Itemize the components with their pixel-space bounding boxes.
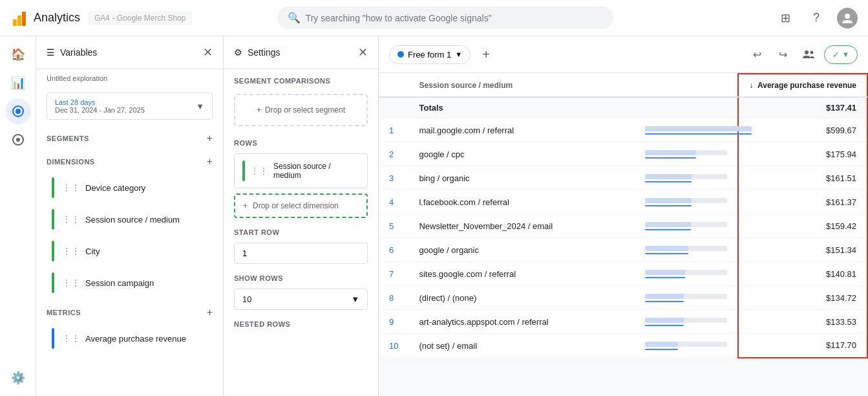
exploration-subtitle: Untitled exploration — [36, 69, 223, 87]
main-layout: 🏠 📊 ⚙️ ☰ Variables ✕ Untitled exploratio… — [0, 36, 868, 396]
drag-handle-icon: ⋮⋮ — [62, 182, 80, 193]
settings-title: ⚙ Settings — [234, 47, 281, 58]
rows-section-header: ROWS — [224, 131, 378, 151]
dimension-label: Device category — [85, 183, 145, 193]
add-tab-button[interactable]: + — [476, 44, 496, 65]
row-value: $134.72 — [738, 286, 867, 310]
variables-close-button[interactable]: ✕ — [203, 45, 213, 60]
row-value: $599.67 — [738, 118, 867, 142]
dimension-session-source[interactable]: ⋮⋮ Session source / medium — [41, 204, 218, 235]
row-source: Newsletter_November_2024 / email — [408, 214, 635, 238]
rows-drop-zone[interactable]: + Drop or select dimension — [234, 193, 368, 218]
totals-row: Totals $137.41 — [379, 97, 867, 118]
add-metric-button[interactable]: + — [207, 307, 213, 318]
row-number: 4 — [379, 190, 408, 214]
bar-col-header — [635, 74, 738, 97]
svg-rect-1 — [17, 16, 21, 26]
row-bar — [635, 190, 738, 214]
nav-advertising[interactable] — [5, 127, 31, 153]
row-number: 9 — [379, 310, 408, 334]
segment-drop-zone[interactable]: + Drop or select segment — [234, 94, 368, 126]
share-dropdown-icon: ▼ — [842, 50, 849, 58]
totals-label: Totals — [408, 97, 635, 118]
row-source: art-analytics.appspot.com / referral — [408, 310, 635, 334]
nav-settings[interactable]: ⚙️ — [5, 365, 31, 391]
show-rows-select[interactable]: 10 ▼ — [234, 289, 368, 310]
variables-panel-header: ☰ Variables ✕ — [36, 36, 223, 69]
share-button[interactable]: ✓ ▼ — [824, 45, 858, 64]
svg-point-8 — [805, 50, 809, 54]
row-number: 1 — [379, 118, 408, 142]
undo-button[interactable]: ↩ — [746, 44, 767, 65]
metric-color-bar — [52, 328, 54, 349]
metric-col-header[interactable]: ↓ Average purchase revenue — [738, 74, 867, 97]
drag-handle-icon: ⋮⋮ — [62, 278, 80, 288]
nav-reports[interactable]: 📊 — [5, 70, 31, 96]
main-content: Free form 1 ▼ + ↩ ↪ ✓ ▼ — [379, 36, 868, 396]
date-range-value: Dec 31, 2024 - Jan 27, 2025 — [55, 106, 145, 114]
dimension-device-category[interactable]: ⋮⋮ Device category — [41, 172, 218, 203]
row-number: 5 — [379, 214, 408, 238]
table-row: 5 Newsletter_November_2024 / email $159.… — [379, 214, 867, 238]
free-form-tab[interactable]: Free form 1 ▼ — [389, 45, 471, 64]
date-range-chevron-icon: ▼ — [196, 102, 204, 111]
plus-icon: + — [257, 105, 261, 115]
table-row: 1 mail.google.com / referral $599.67 — [379, 118, 867, 142]
date-range-label: Last 28 days — [55, 98, 145, 106]
table-row: 6 google / organic $151.34 — [379, 238, 867, 262]
svg-point-9 — [810, 51, 814, 54]
tab-dot — [397, 51, 404, 58]
add-segment-button[interactable]: + — [207, 133, 213, 144]
redo-button[interactable]: ↪ — [772, 44, 793, 65]
topbar-actions: ⊞ ? — [775, 8, 858, 28]
table-row: 8 (direct) / (none) $134.72 — [379, 286, 867, 310]
svg-rect-2 — [22, 12, 26, 26]
drag-handle-icon: ⋮⋮ — [62, 214, 80, 225]
show-rows-header: SHOW ROWS — [224, 267, 378, 286]
add-dimension-button[interactable]: + — [207, 156, 213, 168]
search-input[interactable] — [306, 13, 603, 23]
check-icon: ✓ — [832, 50, 840, 60]
explore-icon — [12, 105, 25, 118]
search-bar[interactable]: 🔍 — [277, 6, 613, 29]
drag-handle-icon: ⋮⋮ — [250, 166, 268, 176]
dimension-col-header: Session source / medium — [408, 74, 635, 97]
metric-label: Average purchase revenue — [85, 334, 186, 344]
rows-session-source[interactable]: ⋮⋮ Session source / medium — [234, 153, 368, 188]
content-toolbar: Free form 1 ▼ + ↩ ↪ ✓ ▼ — [379, 36, 868, 73]
dimension-label: Session campaign — [85, 278, 154, 288]
nav-explore[interactable] — [5, 98, 31, 124]
dimensions-list: ⋮⋮ Device category ⋮⋮ Session source / m… — [36, 171, 223, 299]
start-row-input[interactable] — [234, 243, 368, 264]
metrics-section-header: METRICS + — [36, 299, 223, 322]
grid-view-button[interactable]: ⊞ — [775, 8, 796, 28]
svg-point-5 — [16, 109, 21, 114]
dimension-session-campaign[interactable]: ⋮⋮ Session campaign — [41, 267, 218, 298]
user-avatar[interactable] — [837, 8, 858, 28]
nav-home[interactable]: 🏠 — [5, 41, 31, 67]
row-number: 10 — [379, 334, 408, 358]
row-bar — [635, 286, 738, 310]
metric-avg-purchase-revenue[interactable]: ⋮⋮ Average purchase revenue — [41, 323, 218, 354]
dimension-city[interactable]: ⋮⋮ City — [41, 236, 218, 267]
analytics-logo-icon — [10, 9, 28, 27]
account-selector[interactable]: GA4 - Google Merch Shop — [88, 11, 192, 25]
row-num-header — [379, 74, 408, 97]
svg-point-3 — [845, 14, 850, 19]
row-source: google / cpc — [408, 142, 635, 166]
app-title: Analytics — [34, 11, 80, 25]
settings-close-button[interactable]: ✕ — [358, 45, 368, 60]
share-users-button[interactable] — [798, 44, 819, 65]
date-range-selector[interactable]: Last 28 days Dec 31, 2024 - Jan 27, 2025… — [47, 93, 213, 120]
row-source: sites.google.com / referral — [408, 262, 635, 286]
row-bar — [635, 142, 738, 166]
table-row: 3 bing / organic $161.51 — [379, 166, 867, 190]
help-button[interactable]: ? — [806, 8, 827, 28]
table-row: 4 l.facebook.com / referral $161.37 — [379, 190, 867, 214]
row-number: 2 — [379, 142, 408, 166]
row-value: $175.94 — [738, 142, 867, 166]
data-table-container: Session source / medium ↓ Average purcha… — [379, 73, 868, 396]
rows-color-bar — [242, 160, 245, 181]
table-row: 10 (not set) / email $117.70 — [379, 334, 867, 358]
segment-comparisons-header: SEGMENT COMPARISONS — [224, 69, 378, 89]
